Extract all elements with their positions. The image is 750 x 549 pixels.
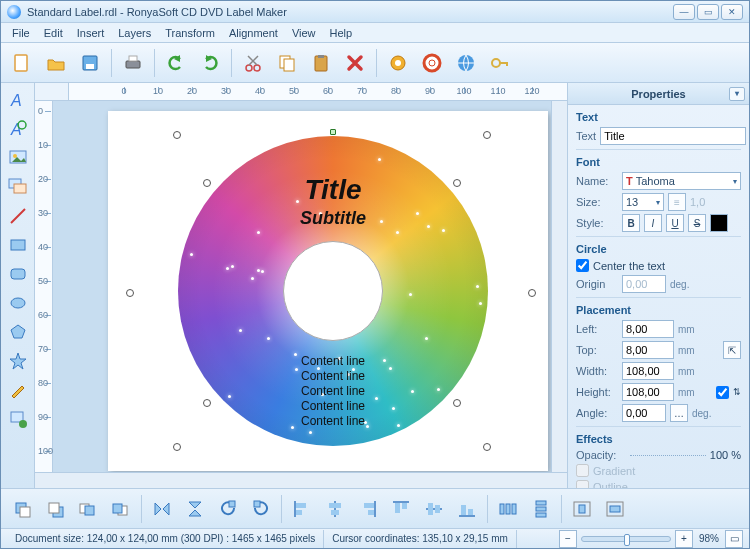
- close-button[interactable]: ✕: [721, 4, 743, 20]
- selection-inner-se[interactable]: [453, 399, 461, 407]
- insert-polygon-button[interactable]: [5, 319, 31, 345]
- center-page-v-button[interactable]: [600, 494, 630, 524]
- distribute-h-button[interactable]: [493, 494, 523, 524]
- new-button[interactable]: [7, 48, 37, 78]
- center-page-h-button[interactable]: [567, 494, 597, 524]
- copy-button[interactable]: [272, 48, 302, 78]
- flip-v-button[interactable]: [180, 494, 210, 524]
- angle-input[interactable]: [622, 404, 666, 422]
- rotate-right-button[interactable]: [246, 494, 276, 524]
- disc-info-left[interactable]: Info: [178, 286, 183, 303]
- menu-alignment[interactable]: Alignment: [222, 25, 285, 41]
- cut-button[interactable]: [238, 48, 268, 78]
- font-name-combo[interactable]: TTahoma▾: [622, 172, 741, 190]
- zoom-out-button[interactable]: −: [559, 530, 577, 548]
- insert-images-button[interactable]: [5, 174, 31, 200]
- send-back-button[interactable]: [40, 494, 70, 524]
- key-button[interactable]: [485, 48, 515, 78]
- selection-corner-sw[interactable]: [173, 443, 181, 451]
- menu-file[interactable]: File: [5, 25, 37, 41]
- underline-button[interactable]: U: [666, 214, 684, 232]
- help-button[interactable]: [417, 48, 447, 78]
- menu-transform[interactable]: Transform: [158, 25, 222, 41]
- selection-inner-nw[interactable]: [203, 179, 211, 187]
- svg-rect-44: [329, 503, 341, 508]
- settings-button[interactable]: [383, 48, 413, 78]
- image-fx-button[interactable]: [5, 406, 31, 432]
- align-left-button[interactable]: [287, 494, 317, 524]
- selection-corner-ne[interactable]: [483, 131, 491, 139]
- disc-subtitle[interactable]: Subtitle: [178, 208, 488, 229]
- menu-edit[interactable]: Edit: [37, 25, 70, 41]
- italic-button[interactable]: I: [644, 214, 662, 232]
- bring-front-button[interactable]: [7, 494, 37, 524]
- zoom-slider[interactable]: [581, 536, 671, 542]
- top-input[interactable]: [622, 341, 674, 359]
- align-right-button[interactable]: [353, 494, 383, 524]
- bring-forward-button[interactable]: [73, 494, 103, 524]
- insert-line-button[interactable]: [5, 203, 31, 229]
- insert-rect-button[interactable]: [5, 232, 31, 258]
- bold-button[interactable]: B: [622, 214, 640, 232]
- selection-corner-nw[interactable]: [173, 131, 181, 139]
- redo-button[interactable]: [195, 48, 225, 78]
- selection-handle-w[interactable]: [126, 289, 134, 297]
- save-button[interactable]: [75, 48, 105, 78]
- selection-inner-sw[interactable]: [203, 399, 211, 407]
- print-button[interactable]: [118, 48, 148, 78]
- web-button[interactable]: [451, 48, 481, 78]
- paste-button[interactable]: [306, 48, 336, 78]
- menu-help[interactable]: Help: [323, 25, 360, 41]
- disc-info-right[interactable]: Info: [483, 286, 488, 303]
- align-center-h-button[interactable]: [320, 494, 350, 524]
- height-input[interactable]: [622, 383, 674, 401]
- text-input[interactable]: [600, 127, 746, 145]
- canvas[interactable]: Title Subtitle Info Info Content lineCon…: [53, 101, 551, 472]
- align-top-button[interactable]: [386, 494, 416, 524]
- menu-insert[interactable]: Insert: [70, 25, 112, 41]
- left-input[interactable]: [622, 320, 674, 338]
- insert-circle-text-button[interactable]: A: [5, 116, 31, 142]
- align-bottom-button[interactable]: [452, 494, 482, 524]
- center-text-checkbox[interactable]: [576, 259, 589, 272]
- delete-button[interactable]: [340, 48, 370, 78]
- align-middle-v-button[interactable]: [419, 494, 449, 524]
- selection-corner-se[interactable]: [483, 443, 491, 451]
- menu-layers[interactable]: Layers: [111, 25, 158, 41]
- insert-text-button[interactable]: A: [5, 87, 31, 113]
- zoom-fit-button[interactable]: ▭: [725, 530, 743, 548]
- selection-inner-ne[interactable]: [453, 179, 461, 187]
- line-spacing-icon[interactable]: ≡: [668, 193, 686, 211]
- open-button[interactable]: [41, 48, 71, 78]
- scrollbar-vertical[interactable]: [551, 101, 567, 472]
- menu-view[interactable]: View: [285, 25, 323, 41]
- panel-dropdown-icon[interactable]: ▾: [729, 87, 745, 101]
- insert-star-button[interactable]: [5, 348, 31, 374]
- selection-handle-e[interactable]: [528, 289, 536, 297]
- selection-handle-n[interactable]: [330, 129, 336, 135]
- font-color-swatch[interactable]: [710, 214, 728, 232]
- lock-ratio-checkbox[interactable]: [716, 386, 729, 399]
- pencil-button[interactable]: [5, 377, 31, 403]
- lock-pos-icon[interactable]: ⇱: [723, 341, 741, 359]
- disc-content[interactable]: Content lineContent lineContent lineCont…: [178, 354, 488, 429]
- send-backward-button[interactable]: [106, 494, 136, 524]
- disc-title[interactable]: Title: [178, 174, 488, 206]
- minimize-button[interactable]: —: [673, 4, 695, 20]
- zoom-in-button[interactable]: +: [675, 530, 693, 548]
- insert-roundrect-button[interactable]: [5, 261, 31, 287]
- angle-pick-icon[interactable]: …: [670, 404, 688, 422]
- page[interactable]: Title Subtitle Info Info Content lineCon…: [108, 111, 548, 471]
- distribute-v-button[interactable]: [526, 494, 556, 524]
- maximize-button[interactable]: ▭: [697, 4, 719, 20]
- rotate-left-button[interactable]: [213, 494, 243, 524]
- font-size-combo[interactable]: 13▾: [622, 193, 664, 211]
- scrollbar-horizontal[interactable]: [35, 472, 567, 488]
- undo-button[interactable]: [161, 48, 191, 78]
- width-input[interactable]: [622, 362, 674, 380]
- strike-button[interactable]: S: [688, 214, 706, 232]
- disc-label[interactable]: Title Subtitle Info Info Content lineCon…: [178, 136, 488, 446]
- insert-image-button[interactable]: [5, 145, 31, 171]
- flip-h-button[interactable]: [147, 494, 177, 524]
- insert-ellipse-button[interactable]: [5, 290, 31, 316]
